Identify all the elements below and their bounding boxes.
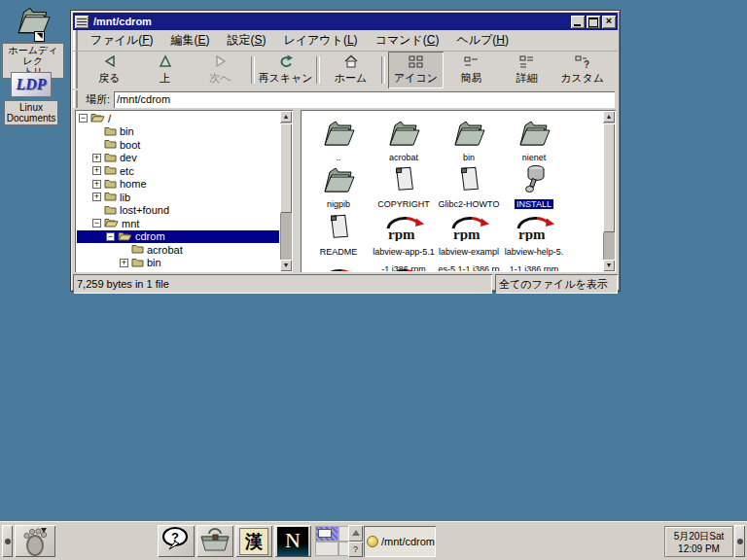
- launcher-help[interactable]: ?: [158, 525, 195, 557]
- scroll-up-icon[interactable]: ▲: [603, 111, 615, 122]
- file-nigpib[interactable]: nigpib: [307, 162, 370, 211]
- clock-date: 5月20日Sat: [665, 530, 732, 542]
- pane-divider[interactable]: [293, 110, 301, 272]
- tree-item-label: home: [120, 178, 147, 190]
- launcher-config-toolbox[interactable]: [196, 525, 233, 557]
- expand-icon[interactable]: +: [92, 180, 101, 189]
- location-input[interactable]: [114, 91, 615, 108]
- expand-icon[interactable]: +: [120, 259, 128, 267]
- file-label: README: [307, 241, 370, 259]
- pager-desktop[interactable]: [315, 542, 338, 557]
- home-icon: [343, 54, 359, 70]
- minimize-button[interactable]: [571, 16, 585, 28]
- toolbar-button-detailed-view[interactable]: 詳細: [499, 52, 554, 88]
- menu-item-help[interactable]: ヘルプ(H): [447, 30, 517, 51]
- scroll-down-icon[interactable]: ▼: [280, 260, 292, 271]
- maximize-button[interactable]: [587, 16, 600, 28]
- folder-icon: [307, 162, 370, 193]
- folder-icon: [104, 164, 120, 177]
- desktop-icon-home-directory[interactable]: ◥ ホームディレク トリ: [2, 5, 64, 79]
- titlebar[interactable]: /mnt/cdrom ×: [73, 13, 618, 30]
- expand-icon[interactable]: +: [92, 192, 101, 201]
- tree-item-bin[interactable]: +bin: [77, 257, 279, 270]
- file-acrobat[interactable]: acrobat: [373, 116, 435, 164]
- toolbar-button-home[interactable]: ホーム: [323, 52, 378, 88]
- toolbar-button-icons-view[interactable]: アイコン: [388, 52, 444, 88]
- tasklist-question-icon[interactable]: ?: [348, 542, 363, 558]
- desktop-icon-ldp[interactable]: LDP Linux Documents: [0, 72, 62, 125]
- pager-active-desktop[interactable]: [315, 526, 338, 542]
- file-labview-examples-5.1-1.i386.rpm[interactable]: rpmlabview-examples-5.1-1.i386.rpm: [438, 210, 500, 271]
- file-partial-rpm[interactable]: rpm: [373, 262, 435, 271]
- scrollbar-thumb[interactable]: [603, 123, 615, 232]
- hide-arrow-icon: [737, 539, 743, 544]
- scrollbar-thumb[interactable]: [280, 123, 292, 213]
- toolbar-button-up[interactable]: 上: [137, 52, 193, 88]
- file-bin[interactable]: bin: [438, 116, 500, 164]
- menu-item-commands[interactable]: コマンド(C): [367, 30, 448, 51]
- tree-item-lost+found[interactable]: lost+found: [77, 204, 279, 218]
- menu-item-settings[interactable]: 設定(S): [218, 30, 274, 51]
- files-scrollbar[interactable]: ▲ ▼: [603, 111, 615, 271]
- tree-item-label: /: [108, 113, 111, 124]
- open-folder-icon: [90, 112, 108, 124]
- tree-item-etc[interactable]: +etc: [77, 164, 279, 178]
- tree-item-bin[interactable]: bin: [77, 125, 279, 139]
- menu-item-layout[interactable]: レイアウト(L): [275, 30, 367, 51]
- tree-item-cdrom[interactable]: −cdrom: [77, 230, 279, 244]
- file-labview-help-5.1-1.i386.rpm[interactable]: rpmlabview-help-5.1-1.i386.rpm: [503, 210, 565, 271]
- panel-hide-left-button[interactable]: [2, 525, 13, 557]
- file-README[interactable]: README: [307, 210, 370, 259]
- tasklist-arrow-icon[interactable]: [348, 525, 363, 542]
- tree-item-lib[interactable]: +lib: [77, 191, 279, 204]
- file-nienet[interactable]: nienet: [503, 116, 565, 164]
- gnome-main-menu-button[interactable]: [15, 525, 55, 557]
- location-grip[interactable]: [73, 90, 78, 108]
- tree-item-mnt[interactable]: −mnt: [77, 217, 279, 230]
- file-COPYRIGHT[interactable]: COPYRIGHT: [373, 162, 435, 211]
- menu-item-edit[interactable]: 編集(E): [161, 30, 218, 51]
- file-INSTALL[interactable]: INSTALL: [503, 162, 565, 211]
- icons-view-icon: [409, 55, 424, 70]
- tree-item-/[interactable]: −/: [77, 112, 279, 125]
- toolbar-button-custom-view[interactable]: ?カスタム: [554, 52, 610, 88]
- file-partial-rpm[interactable]: rpm: [307, 262, 370, 271]
- tree-scrollbar[interactable]: ▲ ▼: [280, 111, 292, 271]
- menubar-grip[interactable]: [73, 30, 78, 51]
- file-label-text: nigpib: [327, 199, 350, 209]
- launcher-japanese-input[interactable]: 漢: [235, 525, 272, 557]
- tasklist-mini-applet[interactable]: ?: [348, 525, 363, 557]
- file-label-text: labview-help-5.1-1.i386.rpm: [505, 247, 564, 271]
- file-icon-pane: ..acrobatbinnienetnigpibCOPYRIGHTGlibc2-…: [301, 110, 616, 272]
- window-menu-icon[interactable]: [75, 16, 89, 28]
- file-label-text: ..: [336, 153, 340, 162]
- close-button[interactable]: ×: [602, 16, 616, 28]
- collapse-icon[interactable]: −: [79, 114, 88, 122]
- tree-item-boot[interactable]: boot: [77, 138, 279, 152]
- tree-item-acrobat[interactable]: acrobat: [77, 243, 279, 257]
- tree-item-dev[interactable]: +dev: [77, 152, 279, 165]
- toolbar-button-forward[interactable]: 次へ: [193, 52, 248, 88]
- tree-item-label: lost+found: [120, 204, 169, 216]
- toolbar-button-label: ホーム: [335, 71, 368, 86]
- ldp-logo-icon: LDP: [11, 72, 52, 97]
- toolbar-button-back[interactable]: 戻る: [82, 52, 137, 88]
- toolbar-button-brief-view[interactable]: 簡易: [444, 52, 499, 88]
- menu-item-file[interactable]: ファイル(F): [82, 30, 161, 51]
- clock-applet[interactable]: 5月20日Sat 12:09 PM: [664, 526, 733, 557]
- scroll-up-icon[interactable]: ▲: [280, 111, 292, 122]
- panel-hide-right-button[interactable]: [734, 525, 745, 557]
- tree-item-home[interactable]: +home: [77, 178, 279, 192]
- toolbar-button-rescan[interactable]: 再スキャン: [258, 52, 313, 88]
- scroll-down-icon[interactable]: ▼: [603, 260, 615, 271]
- expand-icon[interactable]: +: [92, 166, 101, 175]
- collapse-icon[interactable]: −: [92, 219, 101, 228]
- launcher-netscape[interactable]: N: [274, 525, 311, 557]
- toolbar-grip[interactable]: [73, 52, 78, 88]
- collapse-icon[interactable]: −: [106, 232, 115, 241]
- task-button-file-manager[interactable]: /mnt/cdrom: [364, 526, 436, 557]
- file-..[interactable]: ..: [307, 116, 370, 164]
- file-Glibc2-HOWTO[interactable]: Glibc2-HOWTO: [438, 162, 500, 211]
- tree-item-label: dev: [120, 152, 137, 163]
- expand-icon[interactable]: +: [92, 154, 101, 162]
